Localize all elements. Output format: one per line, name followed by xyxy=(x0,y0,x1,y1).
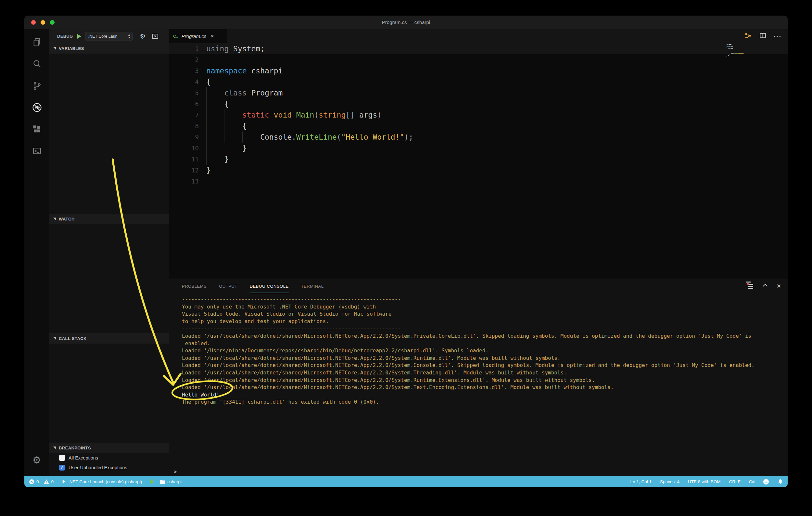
start-debug-button[interactable] xyxy=(77,34,81,39)
code-line: 12} xyxy=(169,164,788,176)
line-number[interactable]: 8 xyxy=(169,120,206,131)
language-mode[interactable]: C# xyxy=(749,479,755,484)
line-number[interactable]: 10 xyxy=(169,143,206,154)
code-line: 5 class Program xyxy=(169,87,788,98)
code-line: 10 } xyxy=(169,143,788,154)
title-bar: Program.cs — csharpi xyxy=(24,16,788,29)
line-number[interactable]: 13 xyxy=(169,176,206,187)
eol-sequence[interactable]: CRLF xyxy=(729,479,740,484)
tab-problems[interactable]: PROBLEMS xyxy=(182,279,207,293)
minimap[interactable] xyxy=(726,44,754,59)
feedback-smiley-icon[interactable] xyxy=(763,479,769,485)
folder-icon xyxy=(160,479,165,484)
status-bar: 0 0 .NET Core Launch (console) (csharpi) xyxy=(24,476,788,487)
dropdown-stepper-icon xyxy=(126,32,132,40)
settings-gear-icon[interactable]: ⚙ xyxy=(24,449,49,471)
launch-configuration-dropdown[interactable]: .NET Core Laun xyxy=(85,32,133,41)
debug-launch-status[interactable]: .NET Core Launch (console) (csharpi) xyxy=(61,479,142,484)
section-watch[interactable]: WATCH xyxy=(49,214,169,224)
debug-icon[interactable] xyxy=(24,96,49,118)
workspace-folder[interactable]: csharpi xyxy=(160,479,181,484)
tab-bar: C# Program.cs ✕ xyxy=(169,29,788,43)
console-line: to help you develop and test your applic… xyxy=(182,318,788,325)
open-debug-console-icon[interactable]: > xyxy=(152,34,158,39)
search-icon[interactable] xyxy=(24,53,49,75)
run-fork-icon[interactable] xyxy=(744,32,752,41)
problems-status[interactable]: 0 0 xyxy=(29,479,54,485)
close-panel-icon[interactable]: ✕ xyxy=(777,283,781,290)
section-call-stack[interactable]: CALL STACK xyxy=(49,333,169,343)
line-number[interactable]: 1 xyxy=(169,43,206,54)
console-line: Loaded '/usr/local/share/dotnet/shared/M… xyxy=(182,362,788,369)
more-actions-icon[interactable]: ··· xyxy=(774,33,782,40)
clear-console-icon[interactable]: ✕ xyxy=(746,282,754,290)
debug-view-label: DEBUG xyxy=(57,34,73,39)
editor-group: C# Program.cs ✕ xyxy=(169,29,788,476)
notifications-bell-icon[interactable] xyxy=(778,479,783,485)
bottom-panel: PROBLEMS OUTPUT DEBUG CONSOLE TERMINAL ✕ xyxy=(169,279,788,476)
tab-terminal[interactable]: TERMINAL xyxy=(301,279,324,293)
configure-gear-icon[interactable]: ⚙ xyxy=(140,33,146,40)
console-line: Visual Studio Code, Visual Studio or Vis… xyxy=(182,310,788,318)
maximize-panel-icon[interactable] xyxy=(762,282,769,290)
console-line: The program '[33411] csharpi.dll' has ex… xyxy=(182,398,788,406)
checkbox-unchecked[interactable] xyxy=(59,455,65,461)
code-line: 8 { xyxy=(169,120,788,131)
code-lines: 1using System;2 3namespace csharpi4{5 cl… xyxy=(169,43,788,187)
source-control-icon[interactable] xyxy=(24,75,49,96)
console-line: Loaded '/usr/local/share/dotnet/shared/M… xyxy=(182,333,788,340)
console-line: Loaded '/Users/ninja/Documents/repos/csh… xyxy=(182,347,788,355)
flame-status-icon[interactable] xyxy=(148,479,154,485)
code-line: 1using System; xyxy=(169,43,788,54)
line-number[interactable]: 12 xyxy=(169,164,206,176)
line-number[interactable]: 5 xyxy=(169,87,206,98)
debug-sidebar: DEBUG .NET Core Laun ⚙ > VARIABLES WATCH xyxy=(49,29,169,476)
debug-console-input[interactable]: > xyxy=(169,467,788,476)
split-editor-icon[interactable] xyxy=(759,32,766,40)
play-icon xyxy=(61,479,66,484)
warning-icon xyxy=(44,479,49,485)
line-number[interactable]: 2 xyxy=(169,54,206,65)
breakpoint-user-unhandled: ✓ User-Unhandled Exceptions xyxy=(49,463,169,472)
screenshot-canvas: Program.cs — csharpi xyxy=(0,0,812,516)
console-line: ----------------------------------------… xyxy=(182,325,788,333)
tab-output[interactable]: OUTPUT xyxy=(219,279,237,293)
terminal-panel-icon[interactable] xyxy=(24,140,49,162)
code-line: 11 } xyxy=(169,154,788,164)
line-number[interactable]: 4 xyxy=(169,76,206,87)
console-line: Hello World! xyxy=(182,391,788,399)
indent-guide xyxy=(224,110,225,143)
tab-program-cs[interactable]: C# Program.cs ✕ xyxy=(169,29,227,43)
console-line: Loaded '/usr/local/share/dotnet/shared/M… xyxy=(182,355,788,362)
code-line: 13 xyxy=(169,176,788,187)
line-number[interactable]: 7 xyxy=(169,110,206,120)
console-line: Loaded '/usr/local/share/dotnet/shared/M… xyxy=(182,384,788,391)
code-line: 2 xyxy=(169,54,788,65)
code-editor[interactable]: 1using System;2 3namespace csharpi4{5 cl… xyxy=(169,43,788,279)
chevron-expanded-icon xyxy=(53,47,56,50)
tab-debug-console[interactable]: DEBUG CONSOLE xyxy=(250,279,289,293)
indent-guide xyxy=(206,87,207,164)
extensions-icon[interactable] xyxy=(24,118,49,140)
code-line: 6 { xyxy=(169,98,788,110)
encoding[interactable]: UTF-8 with BOM xyxy=(688,479,721,484)
close-tab-icon[interactable]: ✕ xyxy=(210,34,214,39)
checkbox-checked[interactable]: ✓ xyxy=(59,465,65,471)
code-line: 7 static void Main(string[] args) xyxy=(169,110,788,120)
section-breakpoints[interactable]: BREAKPOINTS xyxy=(49,443,169,453)
chevron-expanded-icon xyxy=(53,447,56,449)
code-line: 3namespace csharpi xyxy=(169,65,788,76)
line-number[interactable]: 6 xyxy=(169,98,206,110)
explorer-icon[interactable] xyxy=(24,31,49,53)
indentation[interactable]: Spaces: 4 xyxy=(660,479,679,484)
line-number[interactable]: 11 xyxy=(169,154,206,164)
section-variables[interactable]: VARIABLES xyxy=(49,43,169,54)
debug-console-output[interactable]: ----------------------------------------… xyxy=(169,293,788,406)
panel-tab-bar: PROBLEMS OUTPUT DEBUG CONSOLE TERMINAL xyxy=(169,279,788,293)
error-icon xyxy=(29,479,34,485)
line-number[interactable]: 9 xyxy=(169,131,206,143)
code-line: 9 Console.WriteLine("Hello World!"); xyxy=(169,131,788,143)
cursor-position[interactable]: Ln 1, Col 1 xyxy=(631,479,651,484)
console-line: ----------------------------------------… xyxy=(182,296,788,303)
line-number[interactable]: 3 xyxy=(169,65,206,76)
